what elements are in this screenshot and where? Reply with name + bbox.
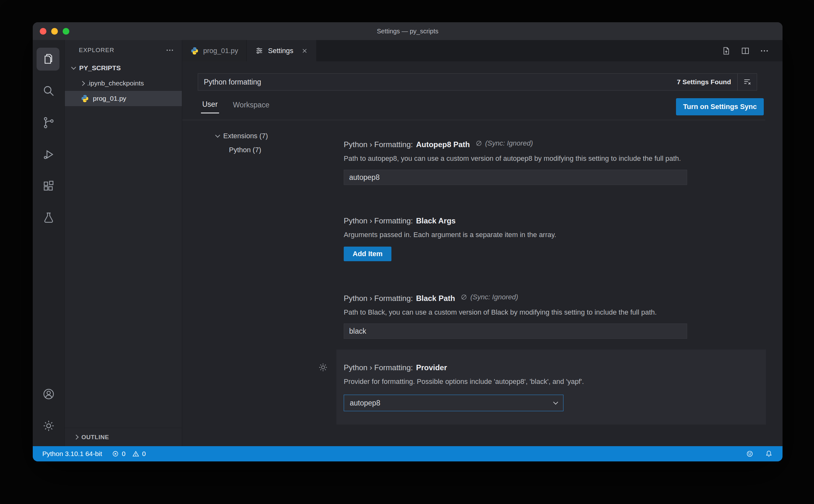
sync-note: (Sync: Ignored) [460,292,518,303]
toc-item-extensions[interactable]: Extensions (7) [216,129,344,143]
setting-title: Python › Formatting: Black Path (Sync: I… [344,292,783,304]
zoom-window-button[interactable] [63,28,69,35]
tab-label: prog_01.py [203,47,238,55]
traffic-lights [40,22,69,40]
activity-item-settings[interactable] [33,410,65,442]
setting-category: Python › Formatting: [344,215,413,226]
status-bar-right [746,450,773,458]
settings-search-input[interactable] [198,78,677,86]
search-icon [42,84,55,98]
setting-edit-gear-icon[interactable] [318,362,328,372]
settings-sync-button[interactable]: Turn on Settings Sync [676,98,764,115]
activity-item-source-control[interactable] [33,107,65,139]
python-icon [81,94,89,103]
explorer-title: EXPLORER [79,47,114,54]
activity-item-explorer[interactable] [33,43,65,75]
tab-settings[interactable]: Settings [247,40,317,61]
outline-label: OUTLINE [81,434,109,441]
close-window-button[interactable] [40,28,46,35]
tree-root-label: PY_SCRIPTS [79,64,121,72]
chevron-right-icon [80,81,85,86]
testing-beaker-icon [42,211,55,225]
more-actions-icon[interactable] [760,46,769,56]
setting-name: Autopep8 Path [416,139,470,150]
explorer-files-icon [42,52,55,66]
explorer-header: EXPLORER [65,40,182,60]
activity-item-search[interactable] [33,75,65,107]
python-interpreter-status[interactable]: Python 3.10.1 64-bit [42,450,102,458]
problems-status[interactable]: 0 0 [112,450,146,458]
feedback-smiley-icon[interactable] [746,450,754,458]
chevron-down-icon [553,400,558,405]
sync-ignored-text: (Sync: Ignored) [470,292,518,303]
activity-bar [33,40,65,446]
setting-description: Path to Black, you can use a custom vers… [344,307,689,318]
setting-description: Provider for formatting. Possible option… [344,376,689,387]
toc-item-python[interactable]: Python (7) [216,143,344,157]
setting-entry-provider: Python › Formatting: Provider Provider f… [336,350,766,425]
tree-item-label: prog_01.py [93,95,126,102]
source-control-branch-icon [42,116,55,129]
vscode-window: Settings — py_scripts [33,22,783,461]
settings-list: Python › Formatting: Autopep8 Path (Sync… [344,120,783,446]
settings-search-box: 7 Settings Found [198,73,757,91]
scope-tab-user[interactable]: User [201,100,219,113]
error-count: 0 [122,450,126,458]
settings-editor: 7 Settings Found User Workspace Turn on … [182,61,783,446]
setting-entry-black-args: Python › Formatting: Black Args Argument… [344,215,783,261]
main-area: EXPLORER PY_SCRIPTS .ipynb_checkpoints [33,40,783,446]
add-item-button[interactable]: Add Item [344,247,391,261]
setting-title: Python › Formatting: Provider [344,362,766,373]
notifications-bell-icon[interactable] [765,450,773,458]
run-debug-icon [42,148,55,161]
tab-prog-01[interactable]: prog_01.py [182,40,247,61]
warning-count: 0 [142,450,146,458]
settings-found-count: 7 Settings Found [677,78,737,86]
setting-value-input[interactable] [344,324,687,339]
open-settings-json-icon[interactable] [722,46,731,56]
warning-icon [132,450,140,458]
extensions-icon [42,180,55,193]
activity-item-extensions[interactable] [33,170,65,202]
desktop: Settings — py_scripts [0,0,814,504]
setting-title: Python › Formatting: Autopep8 Path (Sync… [344,138,783,150]
tree-item-prog-01[interactable]: prog_01.py [65,91,182,106]
tree-item-ipynb-checkpoints[interactable]: .ipynb_checkpoints [65,76,182,91]
tree-item-label: .ipynb_checkpoints [87,79,144,87]
tree-root-py-scripts[interactable]: PY_SCRIPTS [65,60,182,76]
activity-item-accounts[interactable] [33,378,65,410]
sync-ignored-icon [475,140,483,147]
clear-filters-icon[interactable] [737,74,757,90]
chevron-down-icon [215,133,220,138]
toc-label: Extensions (7) [223,132,268,140]
setting-name: Provider [416,362,447,373]
activity-item-run-debug[interactable] [33,139,65,170]
settings-toc: Extensions (7) Python (7) [182,120,344,446]
status-bar: Python 3.10.1 64-bit 0 0 [33,446,783,461]
chevron-down-icon [71,65,76,70]
explorer-more-actions-icon[interactable] [165,46,174,55]
error-icon [112,450,119,458]
setting-category: Python › Formatting: [344,139,413,150]
toc-label: Python (7) [229,146,261,154]
scope-tab-workspace[interactable]: Workspace [232,101,271,113]
provider-select-dropdown[interactable]: autopep8 [344,395,564,411]
window-title: Settings — py_scripts [377,28,438,35]
activity-item-testing[interactable] [33,202,65,234]
sync-ignored-text: (Sync: Ignored) [485,138,533,149]
provider-selected-value: autopep8 [350,399,380,407]
setting-category: Python › Formatting: [344,362,413,373]
sync-ignored-icon [460,293,468,301]
setting-name: Black Path [416,293,455,304]
settings-gear-icon [42,419,55,432]
setting-value-input[interactable] [344,170,687,185]
split-editor-icon[interactable] [741,46,750,56]
minimize-window-button[interactable] [51,28,58,35]
sync-note: (Sync: Ignored) [475,138,533,149]
outline-section-header[interactable]: OUTLINE [65,428,182,446]
python-icon [190,47,199,55]
chevron-right-icon [74,435,79,440]
settings-scope-row: User Workspace Turn on Settings Sync [201,98,764,115]
close-tab-icon[interactable] [301,47,308,54]
sidebar-explorer: EXPLORER PY_SCRIPTS .ipynb_checkpoints [65,40,182,446]
